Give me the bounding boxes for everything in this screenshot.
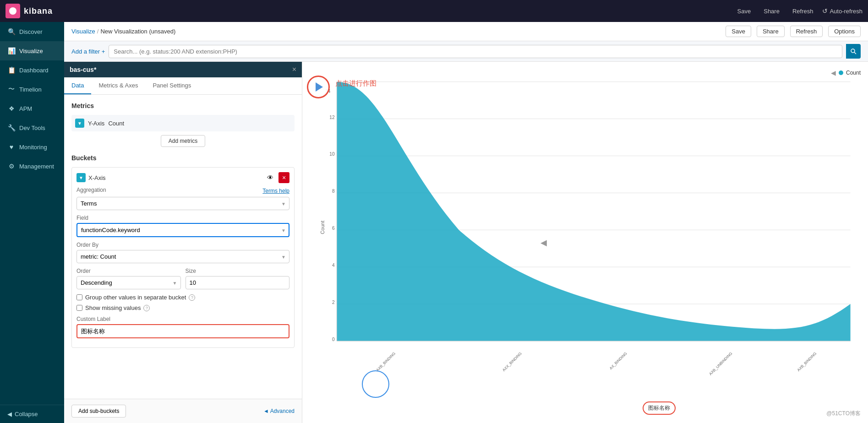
- custom-label-input[interactable]: [76, 324, 289, 338]
- aggregation-select[interactable]: Terms: [76, 197, 289, 210]
- group-other-checkbox-row: Group other values in separate bucket ?: [76, 294, 289, 301]
- aggregation-label-row: Aggregation Terms help: [76, 187, 289, 195]
- sidebar-item-visualize-label: Visualize: [19, 48, 43, 54]
- svg-text:4: 4: [332, 263, 335, 268]
- show-missing-help-icon[interactable]: ?: [143, 305, 150, 311]
- svg-text:Count: Count: [320, 221, 325, 234]
- add-metrics-button[interactable]: Add metrics: [161, 135, 205, 147]
- timelion-icon: 〜: [7, 85, 16, 93]
- buckets-section-title: Buckets: [71, 154, 295, 162]
- svg-text:6: 6: [332, 226, 335, 231]
- sidebar-item-discover[interactable]: 🔍 Discover: [0, 22, 64, 41]
- svg-text:10: 10: [329, 152, 335, 157]
- size-label: Size: [186, 268, 290, 274]
- sidebar-item-visualize[interactable]: 📊 Visualize: [0, 41, 64, 60]
- order-select[interactable]: Descending Ascending: [76, 276, 181, 289]
- panel-tabs-container: Data Metrics & Axes Panel Settings: [64, 77, 302, 95]
- breadcrumb-actions: Save Share Refresh Options: [726, 26, 861, 37]
- toggle-visibility-button[interactable]: 👁: [265, 172, 276, 183]
- viz-area: bas-cus* × Data Metrics & Axes Panel Set…: [64, 62, 868, 423]
- collapse-button[interactable]: ◀ Collapse: [0, 405, 64, 423]
- sidebar-item-timelion-label: Timelion: [19, 86, 42, 93]
- search-button[interactable]: [846, 44, 861, 59]
- dashboard-icon: 📋: [7, 66, 16, 74]
- monitoring-icon: ♥: [7, 143, 16, 151]
- breadcrumb-parent[interactable]: Visualize: [71, 28, 95, 35]
- tab-metrics-axes[interactable]: Metrics & Axes: [91, 77, 145, 94]
- metrics-section: Metrics ▼ Y-Axis Count Add metrics: [71, 102, 295, 147]
- search-input[interactable]: [109, 45, 842, 58]
- size-input[interactable]: [186, 276, 290, 289]
- terms-help-link[interactable]: Terms help: [262, 188, 289, 194]
- app-name: kibana: [24, 6, 53, 16]
- sidebar-bottom: ◀ Collapse: [0, 405, 64, 423]
- sidebar-item-monitoring[interactable]: ♥ Monitoring: [0, 137, 64, 157]
- order-by-select[interactable]: metric: Count: [76, 250, 289, 263]
- tab-data[interactable]: Data: [64, 77, 91, 94]
- svg-text:AXB_BINDING: AXB_BINDING: [797, 352, 818, 373]
- apply-viz-button[interactable]: [307, 76, 330, 98]
- remove-bucket-button[interactable]: ×: [278, 172, 289, 183]
- refresh-top-button[interactable]: Refresh: [790, 26, 823, 37]
- order-label: Order: [76, 268, 181, 274]
- tab-panel-settings[interactable]: Panel Settings: [145, 77, 198, 94]
- order-select-wrapper: Descending Ascending: [76, 276, 181, 289]
- advanced-link[interactable]: ◄ Advanced: [263, 408, 295, 414]
- svg-text:8: 8: [332, 189, 335, 194]
- share-button[interactable]: Share: [760, 6, 783, 16]
- field-select[interactable]: functionCode.keyword: [76, 223, 289, 237]
- options-button[interactable]: Options: [828, 26, 861, 37]
- sidebar-item-apm[interactable]: ❖ APM: [0, 99, 64, 118]
- sidebar-item-dashboard-label: Dashboard: [19, 67, 49, 74]
- collapse-label: Collapse: [15, 411, 38, 418]
- sidebar-item-devtools[interactable]: 🔧 Dev Tools: [0, 118, 64, 137]
- panel-header: bas-cus* ×: [64, 62, 302, 77]
- add-sub-buckets-button[interactable]: Add sub-buckets: [71, 405, 126, 418]
- main-area: 🔍 Discover 📊 Visualize 📋 Dashboard 〜 Tim…: [0, 22, 868, 423]
- legend-dot: [839, 70, 843, 75]
- custom-label-group: Custom Label: [76, 316, 289, 338]
- refresh-button[interactable]: Refresh: [789, 6, 817, 16]
- chart-nav-left[interactable]: ◀: [540, 238, 547, 248]
- bucket-actions: 👁 ×: [265, 172, 289, 183]
- visualize-icon: 📊: [7, 47, 16, 55]
- watermark: @51CTO博客: [826, 410, 861, 418]
- breadcrumb-separator: /: [97, 28, 99, 35]
- bucket-item-xaxis: ▼ X-Axis 👁 ×: [71, 167, 295, 348]
- legend-nav-left[interactable]: ◀: [831, 69, 836, 76]
- show-missing-label: Show missing values: [85, 304, 141, 311]
- sidebar-item-dashboard[interactable]: 📋 Dashboard: [0, 60, 64, 80]
- order-by-label: Order By: [76, 242, 289, 248]
- panel-close-button[interactable]: ×: [292, 65, 296, 74]
- group-other-help-icon[interactable]: ?: [189, 294, 195, 301]
- bucket-label: ▼ X-Axis: [76, 173, 106, 182]
- sidebar-item-management[interactable]: ⚙ Management: [0, 157, 64, 176]
- panel-title: bas-cus*: [70, 66, 96, 73]
- group-other-checkbox[interactable]: [76, 294, 82, 300]
- share-top-button[interactable]: Share: [757, 26, 785, 37]
- show-missing-checkbox[interactable]: [76, 305, 82, 311]
- svg-point-1: [851, 49, 855, 53]
- kibana-logo: kibana: [5, 4, 53, 18]
- svg-text:AXX_BINDING: AXX_BINDING: [502, 352, 523, 373]
- breadcrumb: Visualize / New Visualization (unsaved): [71, 28, 175, 35]
- sidebar-item-timelion[interactable]: 〜 Timelion: [0, 80, 64, 99]
- auto-refresh-button[interactable]: ↺ Auto-refresh: [822, 7, 863, 15]
- svg-text:AXB_UNBINDING: AXB_UNBINDING: [709, 352, 733, 376]
- group-other-label: Group other values in separate bucket: [85, 294, 186, 301]
- apm-icon: ❖: [7, 104, 16, 113]
- order-size-row: Order Descending Ascending: [76, 268, 289, 294]
- panel-content: Metrics ▼ Y-Axis Count Add metrics Bucke…: [64, 95, 302, 399]
- discover-icon: 🔍: [7, 27, 16, 36]
- add-filter-button[interactable]: Add a filter +: [71, 48, 105, 55]
- sidebar-item-apm-label: APM: [19, 105, 32, 112]
- management-icon: ⚙: [7, 162, 16, 170]
- bucket-icon: ▼: [76, 173, 86, 182]
- save-button[interactable]: Save: [734, 6, 755, 16]
- field-select-wrapper: functionCode.keyword: [76, 223, 289, 237]
- save-top-button[interactable]: Save: [726, 26, 751, 37]
- top-bar: kibana Save Share Refresh ↺ Auto-refresh: [0, 0, 868, 22]
- aggregation-group: Aggregation Terms help Terms: [76, 187, 289, 210]
- collapse-icon: ◀: [7, 411, 12, 418]
- annotation-play-text: 点击进行作图: [335, 79, 377, 88]
